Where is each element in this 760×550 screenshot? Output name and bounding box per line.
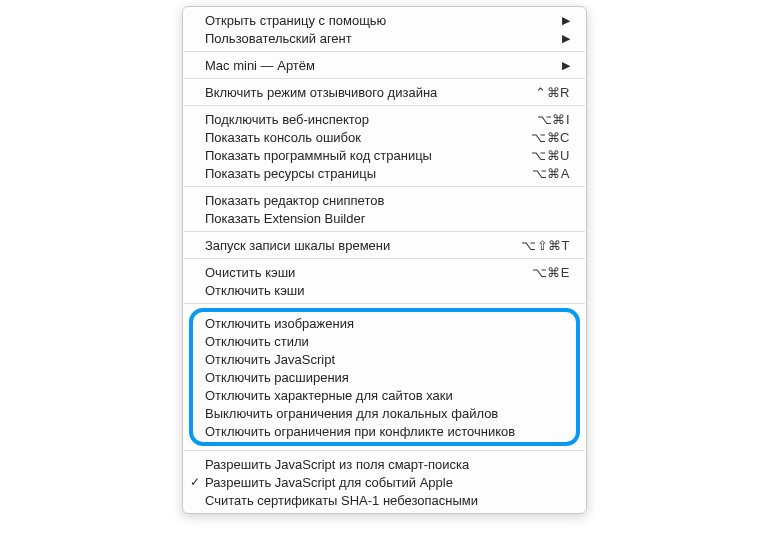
menu-label: Отключить ограничения при конфликте исто… (205, 424, 566, 439)
menu-item-sha1-unsafe[interactable]: Считать сертификаты SHA-1 небезопасными (183, 491, 586, 509)
menu-label: Показать редактор сниппетов (205, 193, 570, 208)
menu-item-disable-javascript[interactable]: Отключить JavaScript (193, 350, 576, 368)
menu-item-responsive-design[interactable]: Включить режим отзывчивого дизайна ⌃⌘R (183, 83, 586, 101)
menu-item-user-agent[interactable]: Пользовательский агент ▶ (183, 29, 586, 47)
menu-label: Mac mini — Артём (205, 58, 552, 73)
menu-label: Отключить JavaScript (205, 352, 566, 367)
menu-label: Показать Extension Builder (205, 211, 570, 226)
menu-label: Отключить расширения (205, 370, 566, 385)
check-icon: ✓ (190, 475, 200, 489)
menu-label: Отключить стили (205, 334, 566, 349)
menu-item-clear-caches[interactable]: Очистить кэши ⌥⌘E (183, 263, 586, 281)
menu-separator (184, 51, 585, 52)
menu-item-device[interactable]: Mac mini — Артём ▶ (183, 56, 586, 74)
chevron-right-icon: ▶ (562, 59, 570, 72)
menu-label: Разрешить JavaScript для событий Apple (205, 475, 570, 490)
menu-label: Включить режим отзывчивого дизайна (205, 85, 525, 100)
menu-shortcut: ⌃⌘R (535, 85, 570, 100)
menu-item-disable-images[interactable]: Отключить изображения (193, 314, 576, 332)
menu-item-allow-js-smart-search[interactable]: Разрешить JavaScript из поля смарт-поиск… (183, 455, 586, 473)
menu-item-snippet-editor[interactable]: Показать редактор сниппетов (183, 191, 586, 209)
develop-context-menu: Открыть страницу с помощью ▶ Пользовател… (182, 6, 587, 514)
menu-item-disable-caches[interactable]: Отключить кэши (183, 281, 586, 299)
menu-label: Показать программный код страницы (205, 148, 521, 163)
menu-item-extension-builder[interactable]: Показать Extension Builder (183, 209, 586, 227)
menu-item-page-source[interactable]: Показать программный код страницы ⌥⌘U (183, 146, 586, 164)
menu-item-page-resources[interactable]: Показать ресурсы страницы ⌥⌘A (183, 164, 586, 182)
menu-label: Пользовательский агент (205, 31, 552, 46)
menu-item-timeline-recording[interactable]: Запуск записи шкалы времени ⌥⇧⌘T (183, 236, 586, 254)
menu-separator (184, 186, 585, 187)
menu-separator (184, 231, 585, 232)
menu-item-error-console[interactable]: Показать консоль ошибок ⌥⌘C (183, 128, 586, 146)
menu-shortcut: ⌥⌘C (531, 130, 570, 145)
highlighted-menu-group: Отключить изображения Отключить стили От… (189, 308, 580, 446)
menu-item-open-with[interactable]: Открыть страницу с помощью ▶ (183, 11, 586, 29)
menu-shortcut: ⌥⌘U (531, 148, 570, 163)
menu-label: Разрешить JavaScript из поля смарт-поиск… (205, 457, 570, 472)
menu-item-disable-cross-origin[interactable]: Отключить ограничения при конфликте исто… (193, 422, 576, 440)
menu-separator (184, 450, 585, 451)
menu-item-disable-extensions[interactable]: Отключить расширения (193, 368, 576, 386)
menu-label: Отключить характерные для сайтов хаки (205, 388, 566, 403)
chevron-right-icon: ▶ (562, 32, 570, 45)
menu-label: Считать сертификаты SHA-1 небезопасными (205, 493, 570, 508)
menu-label: Очистить кэши (205, 265, 522, 280)
menu-shortcut: ⌥⌘E (532, 265, 570, 280)
menu-item-web-inspector[interactable]: Подключить веб-инспектор ⌥⌘I (183, 110, 586, 128)
menu-label: Отключить кэши (205, 283, 570, 298)
menu-separator (184, 258, 585, 259)
chevron-right-icon: ▶ (562, 14, 570, 27)
menu-item-disable-styles[interactable]: Отключить стили (193, 332, 576, 350)
menu-separator (184, 78, 585, 79)
menu-item-allow-js-apple-events[interactable]: ✓ Разрешить JavaScript для событий Apple (183, 473, 586, 491)
menu-label: Запуск записи шкалы времени (205, 238, 511, 253)
menu-shortcut: ⌥⌘A (532, 166, 570, 181)
menu-label: Показать ресурсы страницы (205, 166, 522, 181)
menu-label: Подключить веб-инспектор (205, 112, 527, 127)
menu-label: Открыть страницу с помощью (205, 13, 552, 28)
menu-label: Отключить изображения (205, 316, 566, 331)
menu-shortcut: ⌥⌘I (537, 112, 570, 127)
menu-separator (184, 105, 585, 106)
menu-label: Показать консоль ошибок (205, 130, 521, 145)
menu-shortcut: ⌥⇧⌘T (521, 238, 570, 253)
menu-label: Выключить ограничения для локальных файл… (205, 406, 566, 421)
menu-item-disable-site-hacks[interactable]: Отключить характерные для сайтов хаки (193, 386, 576, 404)
menu-item-disable-local-file-restrictions[interactable]: Выключить ограничения для локальных файл… (193, 404, 576, 422)
menu-separator (184, 303, 585, 304)
